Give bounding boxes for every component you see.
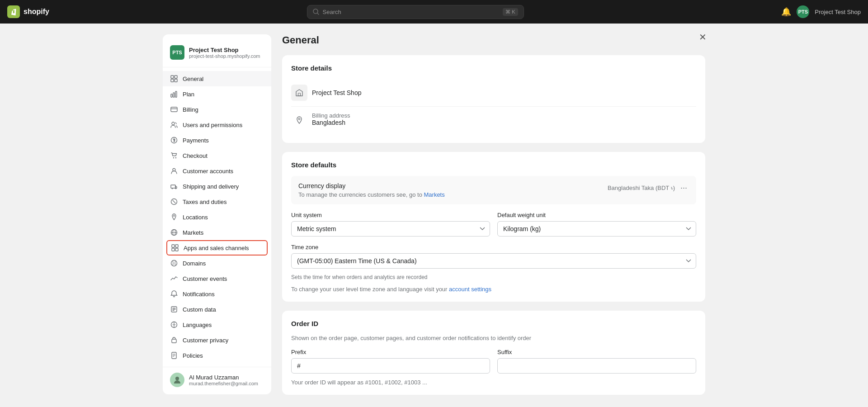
sidebar-item-plan[interactable]: Plan xyxy=(163,86,271,102)
svg-rect-28 xyxy=(175,248,178,251)
sidebar-item-checkout[interactable]: Checkout xyxy=(163,148,271,163)
timezone-select[interactable]: (GMT-05:00) Eastern Time (US & Canada) (… xyxy=(291,253,696,269)
svg-rect-27 xyxy=(172,248,175,251)
order-id-preview: Your order ID will appear as #1001, #100… xyxy=(291,379,696,386)
svg-point-42 xyxy=(298,118,300,120)
currency-desc: To manage the currencies customers see, … xyxy=(298,191,445,198)
svg-line-1 xyxy=(317,13,319,14)
prefix-suffix-row: Prefix Suffix xyxy=(291,349,696,374)
svg-rect-5 xyxy=(175,79,177,82)
sidebar-item-domains[interactable]: Domains xyxy=(163,256,271,271)
topnav-store-name: Project Test Shop xyxy=(815,9,861,15)
sidebar-item-customer-privacy[interactable]: Customer privacy xyxy=(163,332,271,348)
store-name-value: Project Test Shop xyxy=(312,89,361,96)
svg-rect-41 xyxy=(298,93,301,96)
sidebar-label-customer-events: Customer events xyxy=(183,275,227,282)
apps-icon xyxy=(171,244,179,252)
currency-more-button[interactable]: ··· xyxy=(679,182,689,194)
svg-point-11 xyxy=(172,122,175,125)
settings-container: ✕ PTS Project Test Shop project-test-sho… xyxy=(163,34,705,404)
unit-weight-row: Unit system Metric system Imperial syste… xyxy=(291,212,696,237)
sidebar-user-email: murad.themefisher@gmail.com xyxy=(189,381,258,386)
weight-unit-label: Default weight unit xyxy=(497,212,696,218)
order-id-card: Order ID Shown on the order page, custom… xyxy=(282,311,705,395)
sidebar-store-header: PTS Project Test Shop project-test-shop.… xyxy=(163,42,271,67)
main-content: General Store details Project Test Shop xyxy=(282,34,705,404)
sidebar-item-users[interactable]: Users and permissions xyxy=(163,117,271,133)
sidebar-store-info: Project Test Shop project-test-shop.mysh… xyxy=(189,47,260,59)
sidebar-item-custom-data[interactable]: Custom data xyxy=(163,302,271,317)
sidebar-label-taxes: Taxes and duties xyxy=(183,199,227,205)
billing-label: Billing address xyxy=(312,112,350,119)
customer-accounts-icon xyxy=(170,167,178,175)
notification-icon[interactable]: 🔔 xyxy=(781,7,791,17)
svg-rect-35 xyxy=(172,339,176,343)
search-shortcut: ⌘ K xyxy=(503,8,518,16)
markets-icon xyxy=(170,228,178,237)
sidebar-item-billing[interactable]: Billing xyxy=(163,102,271,117)
order-id-desc: Shown on the order page, customer pages,… xyxy=(291,335,696,341)
topnav-right: 🔔 PTS Project Test Shop xyxy=(781,5,861,18)
weight-unit-group: Default weight unit Kilogram (kg) Gram (… xyxy=(497,212,696,237)
sidebar-user-name: Al Murad Uzzaman xyxy=(189,374,258,381)
currency-right: Bangladeshi Taka (BDT ৳) ··· xyxy=(608,182,689,194)
suffix-label: Suffix xyxy=(497,349,696,355)
billing-address-icon xyxy=(291,112,307,128)
sidebar-item-markets[interactable]: Markets xyxy=(163,225,271,240)
currency-left: Currency display To manage the currencie… xyxy=(298,182,445,198)
general-icon xyxy=(170,75,178,83)
sidebar-item-taxes[interactable]: Taxes and duties xyxy=(163,194,271,209)
shopify-logo[interactable]: shopify xyxy=(7,5,49,18)
svg-rect-25 xyxy=(172,245,175,247)
topnav-left: shopify xyxy=(7,5,49,18)
languages-icon xyxy=(170,321,178,329)
sidebar-label-plan: Plan xyxy=(183,91,194,98)
search-bar[interactable]: Search ⌘ K xyxy=(307,5,524,19)
sidebar-item-shipping[interactable]: Shipping and delivery xyxy=(163,179,271,194)
suffix-input[interactable] xyxy=(497,358,696,374)
svg-point-14 xyxy=(175,157,176,158)
svg-rect-2 xyxy=(171,76,174,78)
sidebar-item-customer-accounts[interactable]: Customer accounts xyxy=(163,163,271,179)
sidebar-label-notifications: Notifications xyxy=(183,291,215,298)
svg-point-21 xyxy=(174,215,175,217)
sidebar-item-notifications[interactable]: Notifications xyxy=(163,286,271,302)
sidebar-item-payments[interactable]: Payments xyxy=(163,133,271,148)
store-details-card: Store details Project Test Shop xyxy=(282,55,705,143)
checkout-icon xyxy=(170,151,178,160)
svg-rect-8 xyxy=(175,91,177,97)
svg-rect-3 xyxy=(175,76,177,78)
billing-country: Bangladesh xyxy=(312,119,350,126)
markets-link[interactable]: Markets xyxy=(424,191,445,198)
sidebar-item-policies[interactable]: Policies xyxy=(163,348,271,363)
weight-unit-select[interactable]: Kilogram (kg) Gram (g) Pound (lb) Ounce … xyxy=(497,221,696,237)
sidebar-item-customer-events[interactable]: Customer events xyxy=(163,271,271,286)
unit-system-select[interactable]: Metric system Imperial system xyxy=(291,221,490,237)
locations-icon xyxy=(170,213,178,221)
timezone-help: Sets the time for when orders and analyt… xyxy=(291,274,696,280)
sidebar-label-custom-data: Custom data xyxy=(183,306,216,313)
user-avatar xyxy=(170,373,184,387)
account-settings-link[interactable]: account settings xyxy=(449,286,491,293)
sidebar-item-general[interactable]: General xyxy=(163,71,271,86)
timezone-label: Time zone xyxy=(291,244,696,251)
suffix-group: Suffix xyxy=(497,349,696,374)
sidebar-label-policies: Policies xyxy=(183,352,203,359)
prefix-input[interactable] xyxy=(291,358,490,374)
billing-row: Billing address Bangladesh xyxy=(291,107,696,134)
sidebar-user-footer: Al Murad Uzzaman murad.themefisher@gmail… xyxy=(163,367,271,387)
billing-icon xyxy=(170,105,178,114)
sidebar-item-locations[interactable]: Locations xyxy=(163,209,271,225)
sidebar-label-languages: Languages xyxy=(183,322,212,328)
sidebar-label-customer-accounts: Customer accounts xyxy=(183,168,233,175)
user-avatar-badge[interactable]: PTS xyxy=(797,5,809,18)
sidebar-label-checkout: Checkout xyxy=(183,152,208,159)
sidebar-label-general: General xyxy=(183,76,203,82)
unit-system-group: Unit system Metric system Imperial syste… xyxy=(291,212,490,237)
svg-rect-7 xyxy=(173,93,175,97)
sidebar-item-languages[interactable]: Languages xyxy=(163,317,271,332)
sidebar-item-apps[interactable]: Apps and sales channels xyxy=(166,240,268,256)
close-button[interactable]: ✕ xyxy=(696,31,709,43)
svg-line-20 xyxy=(173,200,175,203)
payments-icon xyxy=(170,136,178,144)
